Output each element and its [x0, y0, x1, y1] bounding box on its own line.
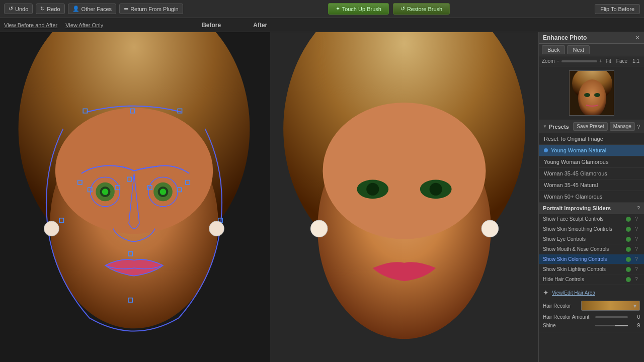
- before-label: Before: [202, 22, 221, 29]
- shine-slider[interactable]: [595, 325, 628, 326]
- zoom-slider[interactable]: [561, 60, 597, 62]
- face-thumbnail: [569, 70, 614, 116]
- fit-zoom-button[interactable]: Fit: [604, 58, 613, 64]
- face-container: [0, 32, 538, 362]
- hair-recolor-label: Hair Recolor: [543, 303, 578, 309]
- preset-35-45-natural[interactable]: Woman 35-45 Natural: [539, 179, 644, 191]
- eye-toggle[interactable]: [626, 237, 631, 242]
- mouth-nose-control[interactable]: Show Mouth & Nose Controls ?: [539, 244, 644, 254]
- canvas-area: [0, 32, 538, 362]
- hair-color-dropdown-icon: ▼: [632, 303, 637, 309]
- skin-smooth-control[interactable]: Show Skin Smoothing Controls ?: [539, 224, 644, 234]
- zoom-label: Zoom: [542, 58, 555, 64]
- presets-title: Presets: [549, 124, 571, 130]
- hair-amount-slider[interactable]: [595, 316, 628, 318]
- mouth-nose-label: Show Mouth & Nose Controls: [543, 246, 624, 252]
- eye-help-icon: ?: [633, 236, 640, 242]
- svg-point-33: [366, 183, 379, 196]
- plugin-icon: ⬅: [124, 6, 128, 12]
- presets-collapse-icon: ▼: [543, 124, 547, 129]
- before-panel: [0, 32, 268, 362]
- svg-point-7: [102, 189, 109, 195]
- hair-amount-label: Hair Recolor Amount: [543, 314, 593, 320]
- pis-help-icon: ?: [637, 205, 640, 211]
- skin-color-toggle[interactable]: [626, 257, 631, 262]
- preset-50-glamorous[interactable]: Woman 50+ Glamorous: [539, 191, 644, 203]
- skin-color-help-icon: ?: [633, 256, 640, 262]
- face-sculpt-toggle[interactable]: [626, 217, 631, 222]
- preset-list: Reset To Original Image Young Woman Natu…: [539, 133, 644, 203]
- after-panel: [270, 32, 538, 362]
- view-after-only-button[interactable]: View After Only: [65, 22, 103, 28]
- skin-smooth-label: Show Skin Smoothing Controls: [543, 226, 624, 232]
- restore-brush-button[interactable]: ↺ Restore Brush: [393, 3, 450, 15]
- skin-light-control[interactable]: Show Skin Lighting Controls ?: [539, 264, 644, 275]
- zoom-plus-icon: +: [599, 58, 602, 64]
- svg-point-31: [323, 103, 486, 239]
- skin-light-help-icon: ?: [633, 266, 640, 272]
- svg-point-11: [160, 189, 167, 195]
- thumbnail-svg: [570, 71, 614, 116]
- thumbnail-container: [539, 66, 644, 120]
- pis-title: Portrait Improving Sliders: [543, 205, 637, 211]
- return-plugin-button[interactable]: ⬅ Return From Plugin: [119, 4, 183, 14]
- hair-controls-section: ✦ View/Edit Hair Area Hair Recolor ▼ Hai…: [539, 285, 644, 332]
- preset-label: Young Woman Glamorous: [544, 159, 608, 165]
- preset-35-45-glamorous[interactable]: Woman 35-45 Glamorous: [539, 168, 644, 179]
- skin-color-control[interactable]: Show Skin Coloring Controls ?: [539, 254, 644, 264]
- secondary-toolbar: View Before and After View After Only Be…: [0, 18, 644, 32]
- preset-label: Young Woman Natural: [551, 147, 606, 153]
- hair-amount-value: 0: [630, 314, 640, 320]
- before-after-labels: Before After: [202, 22, 267, 29]
- presets-help-icon: ?: [637, 124, 640, 130]
- main-content: Enhance Photo ✕ Back Next Zoom − + Fit F…: [0, 32, 644, 362]
- shine-row: Shine 9: [543, 321, 640, 330]
- face-zoom-button[interactable]: Face: [615, 58, 629, 64]
- preset-young-glamorous[interactable]: Young Woman Glamorous: [539, 156, 644, 168]
- hair-control[interactable]: Hide Hair Controls ?: [539, 275, 644, 285]
- skin-smooth-toggle[interactable]: [626, 227, 631, 232]
- hair-color-swatch[interactable]: ▼: [581, 301, 640, 311]
- zoom-minus-icon: −: [557, 58, 560, 64]
- svg-point-36: [310, 220, 327, 237]
- zoom-bar: Zoom − + Fit Face 1:1: [539, 56, 644, 66]
- brush-icon: ✦: [336, 6, 340, 12]
- toolbar-center: ✦ Touch Up Brush ↺ Restore Brush: [186, 3, 592, 15]
- main-toolbar: ↺ Undo ↻ Redo 👤 Other Faces ⬅ Return Fro…: [0, 0, 644, 18]
- skin-light-label: Show Skin Lighting Controls: [543, 266, 624, 272]
- hair-toggle[interactable]: [626, 277, 631, 282]
- other-faces-button[interactable]: 👤 Other Faces: [68, 4, 117, 14]
- manage-presets-button[interactable]: Manage: [610, 122, 635, 131]
- presets-header: ▼ Presets Save Preset Manage ?: [539, 120, 644, 133]
- redo-button[interactable]: ↻ Redo: [36, 4, 64, 14]
- svg-point-27: [209, 221, 224, 236]
- eye-label: Show Eye Controls: [543, 236, 624, 242]
- face-after-svg: [270, 32, 538, 362]
- preset-reset[interactable]: Reset To Original Image: [539, 133, 644, 145]
- restore-icon: ↺: [400, 6, 405, 12]
- svg-point-41: [584, 93, 590, 97]
- eye-control[interactable]: Show Eye Controls ?: [539, 234, 644, 244]
- faces-icon: 👤: [72, 6, 79, 12]
- preset-label: Reset To Original Image: [544, 136, 603, 142]
- flip-to-before-button[interactable]: Flip To Before: [595, 4, 640, 14]
- back-button[interactable]: Back: [542, 45, 565, 54]
- preset-label: Woman 35-45 Glamorous: [544, 170, 607, 176]
- preset-label: Woman 35-45 Natural: [544, 182, 598, 188]
- preset-young-natural[interactable]: Young Woman Natural: [539, 145, 644, 156]
- mouth-nose-toggle[interactable]: [626, 247, 631, 252]
- hair-help-icon: ?: [633, 277, 640, 282]
- skin-light-toggle[interactable]: [626, 267, 631, 272]
- ratio-zoom-button[interactable]: 1:1: [631, 58, 641, 64]
- view-edit-hair-button[interactable]: View/Edit Hair Area: [552, 290, 595, 296]
- save-preset-button[interactable]: Save Preset: [573, 122, 607, 131]
- shine-value: 9: [630, 323, 640, 328]
- undo-button[interactable]: ↺ Undo: [4, 4, 33, 14]
- touch-up-brush-button[interactable]: ✦ Touch Up Brush: [328, 3, 389, 15]
- view-before-after-button[interactable]: View Before and After: [4, 22, 57, 28]
- svg-point-42: [594, 93, 600, 97]
- face-sculpt-control[interactable]: Show Face Sculpt Controls ?: [539, 214, 644, 224]
- face-sculpt-label: Show Face Sculpt Controls: [543, 216, 624, 222]
- enhance-header: Enhance Photo ✕: [539, 32, 644, 44]
- next-button[interactable]: Next: [567, 45, 590, 54]
